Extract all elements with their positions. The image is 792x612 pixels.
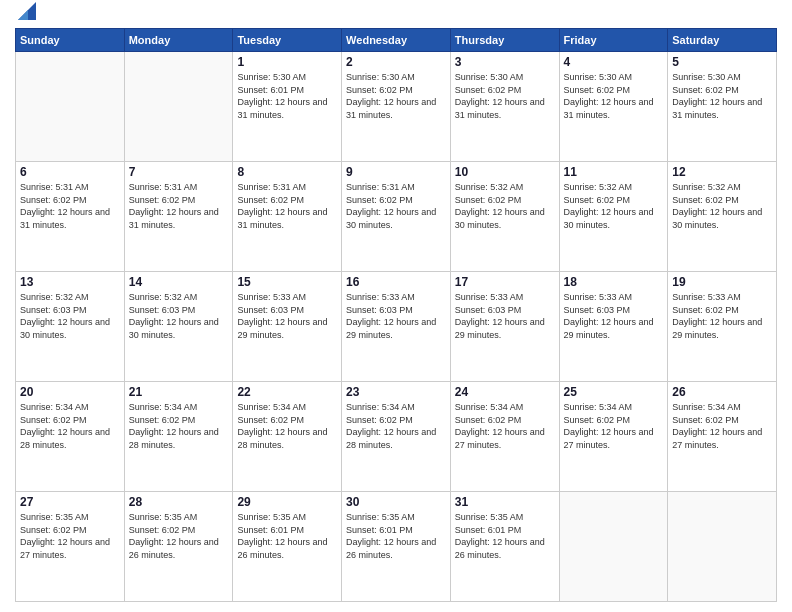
day-number: 10 bbox=[455, 165, 555, 179]
day-number: 2 bbox=[346, 55, 446, 69]
day-info: Sunrise: 5:31 AMSunset: 6:02 PMDaylight:… bbox=[129, 181, 229, 231]
calendar-cell: 10Sunrise: 5:32 AMSunset: 6:02 PMDayligh… bbox=[450, 162, 559, 272]
calendar-header-monday: Monday bbox=[124, 29, 233, 52]
day-info: Sunrise: 5:30 AMSunset: 6:01 PMDaylight:… bbox=[237, 71, 337, 121]
day-info: Sunrise: 5:32 AMSunset: 6:02 PMDaylight:… bbox=[564, 181, 664, 231]
day-number: 24 bbox=[455, 385, 555, 399]
day-info: Sunrise: 5:35 AMSunset: 6:01 PMDaylight:… bbox=[455, 511, 555, 561]
day-number: 21 bbox=[129, 385, 229, 399]
calendar-cell: 8Sunrise: 5:31 AMSunset: 6:02 PMDaylight… bbox=[233, 162, 342, 272]
day-info: Sunrise: 5:33 AMSunset: 6:03 PMDaylight:… bbox=[346, 291, 446, 341]
calendar-cell: 2Sunrise: 5:30 AMSunset: 6:02 PMDaylight… bbox=[342, 52, 451, 162]
logo-icon bbox=[18, 2, 36, 20]
day-info: Sunrise: 5:35 AMSunset: 6:02 PMDaylight:… bbox=[129, 511, 229, 561]
calendar-header-tuesday: Tuesday bbox=[233, 29, 342, 52]
calendar-header-row: SundayMondayTuesdayWednesdayThursdayFrid… bbox=[16, 29, 777, 52]
day-info: Sunrise: 5:30 AMSunset: 6:02 PMDaylight:… bbox=[346, 71, 446, 121]
day-info: Sunrise: 5:34 AMSunset: 6:02 PMDaylight:… bbox=[564, 401, 664, 451]
day-info: Sunrise: 5:34 AMSunset: 6:02 PMDaylight:… bbox=[346, 401, 446, 451]
calendar-cell bbox=[668, 492, 777, 602]
day-info: Sunrise: 5:33 AMSunset: 6:03 PMDaylight:… bbox=[455, 291, 555, 341]
calendar-cell: 14Sunrise: 5:32 AMSunset: 6:03 PMDayligh… bbox=[124, 272, 233, 382]
calendar-header-wednesday: Wednesday bbox=[342, 29, 451, 52]
day-number: 22 bbox=[237, 385, 337, 399]
calendar-cell: 3Sunrise: 5:30 AMSunset: 6:02 PMDaylight… bbox=[450, 52, 559, 162]
calendar-cell: 13Sunrise: 5:32 AMSunset: 6:03 PMDayligh… bbox=[16, 272, 125, 382]
day-number: 12 bbox=[672, 165, 772, 179]
calendar-cell: 23Sunrise: 5:34 AMSunset: 6:02 PMDayligh… bbox=[342, 382, 451, 492]
calendar-cell bbox=[124, 52, 233, 162]
week-row-2: 6Sunrise: 5:31 AMSunset: 6:02 PMDaylight… bbox=[16, 162, 777, 272]
day-info: Sunrise: 5:31 AMSunset: 6:02 PMDaylight:… bbox=[20, 181, 120, 231]
day-number: 1 bbox=[237, 55, 337, 69]
calendar-cell: 27Sunrise: 5:35 AMSunset: 6:02 PMDayligh… bbox=[16, 492, 125, 602]
day-number: 4 bbox=[564, 55, 664, 69]
day-info: Sunrise: 5:30 AMSunset: 6:02 PMDaylight:… bbox=[672, 71, 772, 121]
day-info: Sunrise: 5:34 AMSunset: 6:02 PMDaylight:… bbox=[672, 401, 772, 451]
calendar-cell: 1Sunrise: 5:30 AMSunset: 6:01 PMDaylight… bbox=[233, 52, 342, 162]
calendar-cell: 11Sunrise: 5:32 AMSunset: 6:02 PMDayligh… bbox=[559, 162, 668, 272]
calendar-header-sunday: Sunday bbox=[16, 29, 125, 52]
day-info: Sunrise: 5:35 AMSunset: 6:01 PMDaylight:… bbox=[237, 511, 337, 561]
day-info: Sunrise: 5:34 AMSunset: 6:02 PMDaylight:… bbox=[129, 401, 229, 451]
day-info: Sunrise: 5:30 AMSunset: 6:02 PMDaylight:… bbox=[564, 71, 664, 121]
day-number: 6 bbox=[20, 165, 120, 179]
calendar-cell: 17Sunrise: 5:33 AMSunset: 6:03 PMDayligh… bbox=[450, 272, 559, 382]
calendar-cell: 22Sunrise: 5:34 AMSunset: 6:02 PMDayligh… bbox=[233, 382, 342, 492]
day-info: Sunrise: 5:33 AMSunset: 6:03 PMDaylight:… bbox=[237, 291, 337, 341]
calendar-cell: 21Sunrise: 5:34 AMSunset: 6:02 PMDayligh… bbox=[124, 382, 233, 492]
day-number: 31 bbox=[455, 495, 555, 509]
calendar-header-friday: Friday bbox=[559, 29, 668, 52]
calendar-cell: 4Sunrise: 5:30 AMSunset: 6:02 PMDaylight… bbox=[559, 52, 668, 162]
calendar-cell: 7Sunrise: 5:31 AMSunset: 6:02 PMDaylight… bbox=[124, 162, 233, 272]
calendar-cell: 5Sunrise: 5:30 AMSunset: 6:02 PMDaylight… bbox=[668, 52, 777, 162]
day-number: 26 bbox=[672, 385, 772, 399]
calendar-cell bbox=[559, 492, 668, 602]
week-row-4: 20Sunrise: 5:34 AMSunset: 6:02 PMDayligh… bbox=[16, 382, 777, 492]
day-number: 14 bbox=[129, 275, 229, 289]
calendar-cell: 18Sunrise: 5:33 AMSunset: 6:03 PMDayligh… bbox=[559, 272, 668, 382]
day-number: 3 bbox=[455, 55, 555, 69]
day-number: 19 bbox=[672, 275, 772, 289]
calendar-cell: 30Sunrise: 5:35 AMSunset: 6:01 PMDayligh… bbox=[342, 492, 451, 602]
page: SundayMondayTuesdayWednesdayThursdayFrid… bbox=[0, 0, 792, 612]
calendar-cell: 24Sunrise: 5:34 AMSunset: 6:02 PMDayligh… bbox=[450, 382, 559, 492]
day-number: 7 bbox=[129, 165, 229, 179]
day-number: 9 bbox=[346, 165, 446, 179]
header bbox=[15, 10, 777, 20]
day-info: Sunrise: 5:34 AMSunset: 6:02 PMDaylight:… bbox=[237, 401, 337, 451]
calendar-cell: 26Sunrise: 5:34 AMSunset: 6:02 PMDayligh… bbox=[668, 382, 777, 492]
week-row-1: 1Sunrise: 5:30 AMSunset: 6:01 PMDaylight… bbox=[16, 52, 777, 162]
day-number: 8 bbox=[237, 165, 337, 179]
day-info: Sunrise: 5:32 AMSunset: 6:02 PMDaylight:… bbox=[672, 181, 772, 231]
day-number: 20 bbox=[20, 385, 120, 399]
svg-marker-1 bbox=[18, 10, 28, 20]
day-number: 30 bbox=[346, 495, 446, 509]
day-info: Sunrise: 5:34 AMSunset: 6:02 PMDaylight:… bbox=[20, 401, 120, 451]
day-info: Sunrise: 5:32 AMSunset: 6:02 PMDaylight:… bbox=[455, 181, 555, 231]
calendar-cell: 29Sunrise: 5:35 AMSunset: 6:01 PMDayligh… bbox=[233, 492, 342, 602]
day-number: 17 bbox=[455, 275, 555, 289]
day-info: Sunrise: 5:31 AMSunset: 6:02 PMDaylight:… bbox=[346, 181, 446, 231]
day-number: 15 bbox=[237, 275, 337, 289]
calendar-header-saturday: Saturday bbox=[668, 29, 777, 52]
logo bbox=[15, 10, 36, 20]
calendar-cell: 6Sunrise: 5:31 AMSunset: 6:02 PMDaylight… bbox=[16, 162, 125, 272]
calendar-cell: 20Sunrise: 5:34 AMSunset: 6:02 PMDayligh… bbox=[16, 382, 125, 492]
day-number: 23 bbox=[346, 385, 446, 399]
day-info: Sunrise: 5:32 AMSunset: 6:03 PMDaylight:… bbox=[129, 291, 229, 341]
day-info: Sunrise: 5:35 AMSunset: 6:02 PMDaylight:… bbox=[20, 511, 120, 561]
day-number: 27 bbox=[20, 495, 120, 509]
calendar-cell: 31Sunrise: 5:35 AMSunset: 6:01 PMDayligh… bbox=[450, 492, 559, 602]
day-info: Sunrise: 5:30 AMSunset: 6:02 PMDaylight:… bbox=[455, 71, 555, 121]
calendar-header-thursday: Thursday bbox=[450, 29, 559, 52]
day-info: Sunrise: 5:35 AMSunset: 6:01 PMDaylight:… bbox=[346, 511, 446, 561]
calendar-cell: 25Sunrise: 5:34 AMSunset: 6:02 PMDayligh… bbox=[559, 382, 668, 492]
day-number: 5 bbox=[672, 55, 772, 69]
day-number: 13 bbox=[20, 275, 120, 289]
day-info: Sunrise: 5:32 AMSunset: 6:03 PMDaylight:… bbox=[20, 291, 120, 341]
calendar-cell: 15Sunrise: 5:33 AMSunset: 6:03 PMDayligh… bbox=[233, 272, 342, 382]
day-info: Sunrise: 5:34 AMSunset: 6:02 PMDaylight:… bbox=[455, 401, 555, 451]
calendar-cell: 19Sunrise: 5:33 AMSunset: 6:02 PMDayligh… bbox=[668, 272, 777, 382]
day-number: 16 bbox=[346, 275, 446, 289]
